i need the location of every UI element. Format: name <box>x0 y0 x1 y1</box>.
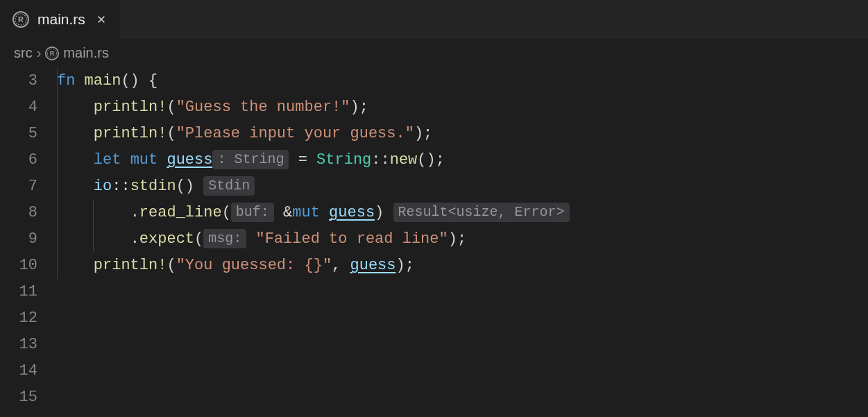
code-token: println! <box>94 257 167 274</box>
inlay-hint: msg: <box>203 229 246 248</box>
code-token: ); <box>414 125 432 142</box>
code-token <box>75 72 84 90</box>
code-token: guess <box>329 204 375 221</box>
line-number: 14 <box>0 358 37 384</box>
code-token: main <box>85 72 121 90</box>
code-token: () <box>176 178 194 195</box>
line-number-gutter: 3456789101112131415 <box>0 68 57 411</box>
chevron-right-icon: › <box>37 45 42 61</box>
tab-main-rs[interactable]: R main.rs <box>0 0 119 39</box>
code-token: , <box>332 257 341 274</box>
code-token: fn <box>57 72 75 90</box>
inlay-hint: buf: <box>231 203 274 222</box>
rust-icon: R <box>12 11 29 28</box>
code-token: ( <box>167 99 176 116</box>
line-number: 15 <box>0 384 37 411</box>
line-number: 7 <box>0 173 37 200</box>
breadcrumb: src › R main.rs <box>0 39 868 68</box>
inlay-hint: : String <box>212 150 289 169</box>
line-number: 13 <box>0 332 37 358</box>
code-token <box>341 257 350 274</box>
line-number: 8 <box>0 200 37 226</box>
code-token <box>289 151 298 169</box>
code-line[interactable]: io::stdin() Stdin <box>57 173 868 200</box>
code-line[interactable]: .expect(msg: "Failed to read line"); <box>57 226 868 253</box>
breadcrumb-folder[interactable]: src <box>14 45 33 61</box>
code-token: = <box>298 151 307 169</box>
code-token: String <box>316 151 371 169</box>
code-token <box>139 72 148 90</box>
code-token: read_line <box>139 204 222 221</box>
code-token: "You guessed: {}" <box>176 257 332 274</box>
code-token: guess <box>167 151 212 169</box>
code-line[interactable]: .read_line(buf: &mut guess) Result<usize… <box>57 200 868 226</box>
code-token: ( <box>194 230 203 248</box>
code-token <box>246 230 255 248</box>
line-number: 3 <box>0 68 37 94</box>
tab-bar: R main.rs <box>0 0 868 39</box>
code-token: "Failed to read line" <box>255 230 448 248</box>
breadcrumb-file[interactable]: main.rs <box>63 45 109 61</box>
code-token <box>158 151 167 169</box>
code-area[interactable]: fn main() { println!("Guess the number!"… <box>57 68 868 411</box>
svg-text:R: R <box>50 50 55 57</box>
code-token: ) <box>375 204 384 221</box>
code-token: ( <box>222 204 231 221</box>
line-number: 4 <box>0 94 37 121</box>
code-token: guess <box>350 257 395 274</box>
code-token: mut <box>292 204 320 221</box>
code-token: new <box>390 151 418 169</box>
code-token: mut <box>130 151 158 169</box>
code-editor[interactable]: 3456789101112131415 fn main() { println!… <box>0 68 868 411</box>
code-line[interactable]: let mut guess: String = String::new(); <box>57 147 868 173</box>
line-number: 11 <box>0 279 37 305</box>
code-line[interactable]: fn main() { <box>57 68 868 94</box>
code-token <box>121 151 130 169</box>
code-token: println! <box>94 99 167 116</box>
code-token: ); <box>448 230 466 248</box>
code-token: ( <box>167 257 176 274</box>
line-number: 12 <box>0 305 37 332</box>
close-icon[interactable] <box>94 12 109 27</box>
code-token: "Guess the number!" <box>176 99 350 116</box>
code-token: stdin <box>130 178 176 195</box>
code-token: ); <box>396 257 414 274</box>
code-token <box>274 204 283 221</box>
code-token <box>307 151 316 169</box>
code-line[interactable]: println!("You guessed: {}", guess); <box>57 253 868 279</box>
line-number: 5 <box>0 121 37 147</box>
line-number: 10 <box>0 253 37 279</box>
inlay-hint: Result<usize, Error> <box>393 203 570 222</box>
code-line[interactable]: println!("Please input your guess."); <box>57 121 868 147</box>
code-token: . <box>130 204 139 221</box>
code-token: () <box>121 72 139 90</box>
code-token <box>194 178 203 195</box>
code-token: println! <box>94 125 167 142</box>
inlay-hint: Stdin <box>203 176 255 196</box>
code-token: :: <box>112 178 130 195</box>
code-token: io <box>94 178 112 195</box>
line-number: 6 <box>0 147 37 173</box>
code-token: { <box>148 72 158 90</box>
svg-text:R: R <box>18 15 24 24</box>
code-token: & <box>283 204 292 221</box>
code-token <box>320 204 329 221</box>
code-token: ); <box>350 99 368 116</box>
code-token: "Please input your guess." <box>176 125 414 142</box>
code-token: ( <box>167 125 176 142</box>
code-token: (); <box>417 151 445 169</box>
rust-icon: R <box>45 46 59 60</box>
line-number: 9 <box>0 226 37 253</box>
code-token <box>384 204 393 221</box>
code-token: :: <box>371 151 389 169</box>
code-token: let <box>94 151 121 169</box>
tab-label: main.rs <box>37 11 85 28</box>
code-token: . <box>130 230 139 248</box>
code-line[interactable]: println!("Guess the number!"); <box>57 94 868 121</box>
code-token: expect <box>139 230 194 248</box>
